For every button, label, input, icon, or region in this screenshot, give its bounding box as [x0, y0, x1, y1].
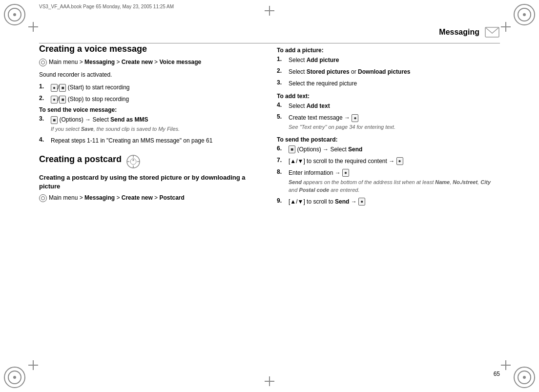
- corner-decoration-bl: [0, 363, 29, 392]
- voice-message-nav-text: Main menu > Messaging > Create new > Voi…: [49, 58, 201, 66]
- postcard-step-7: 7. [▲/▼] to scroll to the required conte…: [277, 157, 500, 165]
- postcard-nav: Main menu > Messaging > Create new > Pos…: [39, 194, 262, 202]
- voice-step-2: 2. ●/■ (Stop) to stop recording: [39, 95, 262, 103]
- send-postcard-section: To send the postcard: 6. ■ (Options) → S…: [277, 136, 500, 206]
- crosshair-bottomright: [501, 360, 511, 370]
- postcard-title: Creating a postcard: [39, 154, 122, 165]
- voice-step-4: 4. Repeat steps 1-11 in "Creating an MMS…: [39, 136, 262, 145]
- key-square2: ■: [59, 96, 66, 103]
- crosshair-topleft: [28, 22, 38, 32]
- file-info-bar: VS3_VF_AAA.book Page 65 Monday, May 23, …: [39, 4, 500, 9]
- picture-step-1: 1. Select Add picture: [277, 56, 500, 64]
- key-circle: ●: [51, 84, 58, 92]
- key-confirm2: ●: [396, 157, 403, 165]
- postcard-step-8-sub: Send appears on the bottom of the addres…: [289, 178, 500, 194]
- voice-step-3: 3. ■ (Options) → Select Send as MMS If y…: [39, 115, 262, 133]
- postcard-icon: [125, 154, 141, 169]
- voice-message-section: Creating a voice message Main menu > Mes…: [39, 44, 262, 145]
- key-confirm4: ●: [358, 198, 365, 206]
- main-content: Creating a voice message Main menu > Mes…: [39, 39, 500, 363]
- postcard-step-8: 8. Enter information → ● Send appears on…: [277, 168, 500, 194]
- postcard-nav-text: Main menu > Messaging > Create new > Pos…: [49, 194, 185, 202]
- key-confirm: ●: [352, 114, 358, 122]
- corner-decoration-tl: [0, 0, 29, 29]
- postcard-step-9: 9. [▲/▼] to scroll to Send → ●: [277, 197, 500, 206]
- nav-icon: [39, 59, 47, 66]
- postcard-title-area: Creating a postcard: [39, 154, 262, 169]
- crosshair-bottom: [265, 376, 274, 386]
- nav-icon-postcard: [39, 194, 47, 202]
- voice-message-title: Creating a voice message: [39, 44, 262, 54]
- key-square: ■: [59, 84, 66, 92]
- voice-message-nav: Main menu > Messaging > Create new > Voi…: [39, 58, 262, 66]
- voice-step-1: 1. ●/■ (Start) to start recording: [39, 83, 262, 92]
- right-column: To add a picture: 1. Select Add picture …: [277, 39, 500, 363]
- voice-message-body: Sound recorder is activated.: [39, 70, 262, 79]
- postcard-step-6: 6. ■ (Options) → Select Send: [277, 145, 500, 154]
- picture-step-2: 2. Select Stored pictures or Download pi…: [277, 67, 500, 76]
- crosshair-topright: [501, 22, 511, 32]
- text-step-5-sub: See "Text entry" on page 34 for entering…: [289, 123, 500, 131]
- corner-decoration-tr: [510, 0, 539, 29]
- key-options: ■: [51, 116, 58, 124]
- key-confirm3: ●: [342, 169, 349, 177]
- text-step-4: 4. Select Add text: [277, 102, 500, 110]
- file-info-text: VS3_VF_AAA.book Page 65 Monday, May 23, …: [39, 4, 174, 9]
- page-title-area: Messaging: [439, 24, 500, 40]
- postcard-subsection-title: Creating a postcard by using the stored …: [39, 173, 262, 191]
- crosshair-bottomleft: [28, 360, 38, 370]
- corner-decoration-br: [510, 363, 539, 392]
- text-step-5: 5. Create text message → ● See "Text ent…: [277, 113, 500, 131]
- add-picture-label: To add a picture:: [277, 47, 500, 54]
- postcard-section: Creating a postcard Creating a postcard …: [39, 154, 262, 202]
- key-circle2: ●: [51, 96, 58, 103]
- key-options2: ■: [289, 145, 295, 153]
- page-number: 65: [494, 371, 500, 377]
- send-postcard-label: To send the postcard:: [277, 136, 500, 143]
- page-title: Messaging: [439, 28, 479, 37]
- send-voice-label: To send the voice message:: [39, 106, 262, 113]
- add-text-section: To add text: 4. Select Add text 5. Creat…: [277, 93, 500, 131]
- add-text-label: To add text:: [277, 93, 500, 100]
- messaging-icon: [484, 24, 500, 40]
- svg-marker-7: [132, 159, 134, 161]
- left-column: Creating a voice message Main menu > Mes…: [39, 39, 262, 363]
- picture-step-3: 3. Select the required picture: [277, 79, 500, 88]
- voice-step-3-sub: If you select Save, the sound clip is sa…: [51, 125, 262, 133]
- add-picture-section: To add a picture: 1. Select Add picture …: [277, 47, 500, 88]
